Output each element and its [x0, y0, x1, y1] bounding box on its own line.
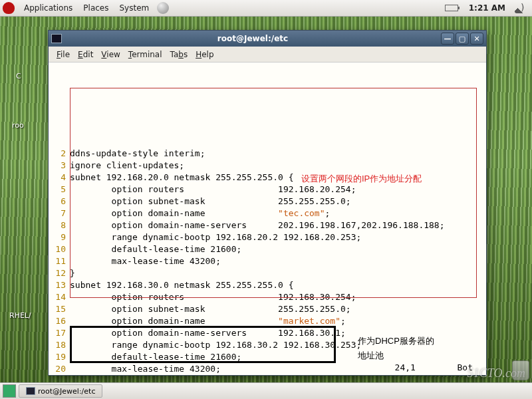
menu-help[interactable]: Help	[192, 49, 217, 61]
vim-status: 24,1 Bot	[395, 362, 473, 374]
system-menu[interactable]: System	[114, 3, 154, 13]
launcher-icon[interactable]	[157, 2, 169, 14]
menu-view[interactable]: View	[97, 49, 124, 61]
menu-edit[interactable]: Edit	[74, 49, 97, 61]
menu-tabs[interactable]: Tabs	[166, 49, 192, 61]
applications-menu[interactable]: Applications	[19, 3, 78, 13]
terminal-icon	[26, 387, 35, 395]
menu-file[interactable]: File	[53, 49, 74, 61]
volume-icon[interactable]	[515, 3, 525, 13]
terminal-window: root@Jewel:/etc — ▢ ✕ File Edit View Ter…	[48, 30, 487, 376]
annotation-text: 设置两个网段的IP作为地址分配	[301, 173, 422, 185]
maximize-button[interactable]: ▢	[456, 33, 469, 45]
clock[interactable]: 1:21 AM	[464, 3, 511, 13]
minimize-button[interactable]: —	[441, 33, 454, 45]
menu-terminal[interactable]: Terminal	[124, 49, 166, 61]
window-title: root@Jewel:/etc	[66, 34, 440, 43]
desktop-icon-label[interactable]: RHEL/	[9, 311, 31, 320]
bottom-panel: root@Jewel:/etc	[0, 382, 532, 399]
window-icon	[51, 34, 62, 43]
trash-icon[interactable]	[512, 360, 529, 380]
desktop-icon-label[interactable]: roo	[12, 121, 24, 130]
distro-icon[interactable]	[3, 2, 15, 14]
taskbar-item-label: root@Jewel:/etc	[38, 387, 95, 396]
titlebar[interactable]: root@Jewel:/etc — ▢ ✕	[49, 31, 486, 47]
places-menu[interactable]: Places	[78, 3, 114, 13]
menubar: File Edit View Terminal Tabs Help	[49, 47, 486, 63]
terminal-content[interactable]: 设置两个网段的IP作为地址分配 作为DHCP服务器的地址池 24,1 Bot 2…	[49, 63, 486, 375]
show-desktop-button[interactable]	[3, 384, 16, 398]
close-button[interactable]: ✕	[470, 33, 483, 45]
top-panel: Applications Places System 1:21 AM	[0, 0, 532, 17]
taskbar-item[interactable]: root@Jewel:/etc	[19, 384, 102, 398]
battery-icon[interactable]	[445, 5, 458, 11]
annotation-text: 作为DHCP服务器的地址池	[358, 334, 434, 363]
desktop-icon-label[interactable]: C	[16, 72, 21, 80]
